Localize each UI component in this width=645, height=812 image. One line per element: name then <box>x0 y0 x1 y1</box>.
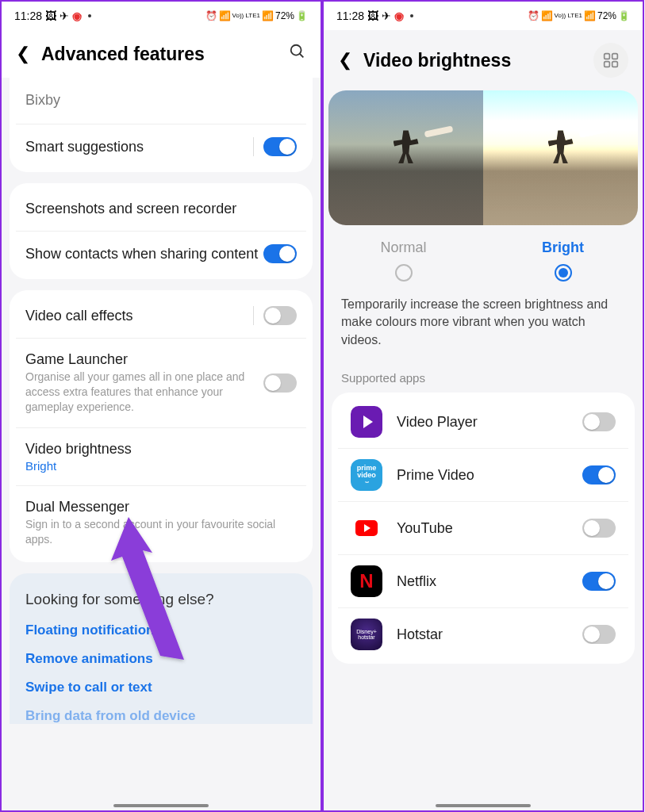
label-video-call: Video call effects <box>25 308 244 324</box>
divider <box>253 306 254 325</box>
value-video-brightness: Bright <box>25 459 297 473</box>
toggle-game-launcher[interactable] <box>263 373 297 393</box>
network-label: Vo)) LTE1 <box>232 13 260 19</box>
wifi-icon: 📶 <box>541 10 553 21</box>
gallery-icon: 🖼 <box>45 10 56 22</box>
alarm-icon: ⏰ <box>205 10 217 21</box>
toggle-video-call[interactable] <box>263 306 297 325</box>
svg-line-1 <box>300 54 304 58</box>
toggle-show-contacts[interactable] <box>263 244 297 263</box>
app-icon-prime: primevideo⌣ <box>351 459 382 491</box>
link-swipe-call[interactable]: Swipe to call or text <box>25 680 297 695</box>
back-icon[interactable]: ❮ <box>338 50 352 71</box>
label-game-launcher: Game Launcher <box>25 351 263 368</box>
label-bixby: Bixby <box>25 92 297 109</box>
page-title: Advanced features <box>41 44 278 65</box>
radio-icon <box>555 264 572 282</box>
status-bar: 11:28 🖼 ✈ ◉ ⏰ 📶 Vo)) LTE1 📶 72% 🔋 <box>324 2 643 30</box>
app-name: Prime Video <box>397 467 582 484</box>
battery-text: 72% <box>275 10 294 21</box>
item-game-launcher[interactable]: Game Launcher Organise all your games al… <box>16 338 306 427</box>
label-show-contacts: Show contacts when sharing content <box>25 246 263 262</box>
app-name: Video Player <box>397 414 582 431</box>
home-indicator[interactable] <box>436 804 531 807</box>
brightness-preview <box>328 90 638 225</box>
app-row-netflix[interactable]: NNetflix <box>338 554 628 607</box>
signal-icon: 📶 <box>584 10 596 21</box>
home-indicator[interactable] <box>113 804 209 807</box>
status-time: 11:28 <box>336 10 364 22</box>
item-dual-messenger[interactable]: Dual Messenger Sign in to a second accou… <box>16 485 306 560</box>
link-floating-notifications[interactable]: Floating notifications <box>25 622 297 638</box>
label-dual-messenger: Dual Messenger <box>25 499 297 515</box>
toggle-netflix[interactable] <box>582 572 616 591</box>
back-icon[interactable]: ❮ <box>16 44 30 64</box>
item-screenshots[interactable]: Screenshots and screen recorder <box>16 186 306 231</box>
label-screenshots: Screenshots and screen recorder <box>25 201 297 217</box>
sub-dual-messenger: Sign in to a second account in your favo… <box>25 517 297 547</box>
svg-point-0 <box>291 45 301 56</box>
description: Temporarily increase the screen brightne… <box>324 293 643 365</box>
toggle-youtube[interactable] <box>582 519 616 538</box>
telegram-icon: ✈ <box>60 10 69 22</box>
preview-normal <box>328 90 483 225</box>
preview-bright <box>483 90 638 225</box>
label-normal: Normal <box>324 239 483 256</box>
network-label: Vo)) LTE1 <box>555 13 582 19</box>
label-smart-suggestions: Smart suggestions <box>25 139 244 155</box>
radio-icon <box>395 264 413 282</box>
label-bright: Bright <box>483 239 643 256</box>
wifi-icon: 📶 <box>219 10 231 21</box>
alarm-icon: ⏰ <box>528 10 539 21</box>
app-icon-hotstar: Disney+hotstar <box>351 619 382 650</box>
app-name: Netflix <box>397 573 582 590</box>
more-dot-icon <box>410 14 413 17</box>
label-video-brightness: Video brightness <box>25 441 297 458</box>
app-icon-netflix: N <box>351 565 382 597</box>
app-icon-play <box>351 406 382 438</box>
app-row-prime-video[interactable]: primevideo⌣Prime Video <box>338 448 628 501</box>
search-icon[interactable] <box>289 43 306 65</box>
item-video-brightness[interactable]: Video brightness Bright <box>16 427 306 485</box>
svg-rect-2 <box>605 54 610 59</box>
more-dot-icon <box>88 14 91 17</box>
settings-scroll[interactable]: Bixby Smart suggestions Screenshots and … <box>2 78 321 810</box>
toggle-video-player[interactable] <box>582 412 616 431</box>
brightness-options: Normal Bright <box>324 232 643 293</box>
app-name: Hotstar <box>397 626 582 643</box>
toggle-prime-video[interactable] <box>582 465 616 485</box>
link-remove-animations[interactable]: Remove animations <box>25 651 297 667</box>
option-normal[interactable]: Normal <box>324 239 483 282</box>
divider <box>253 137 254 156</box>
app-row-hotstar[interactable]: Disney+hotstarHotstar <box>338 607 628 661</box>
header-left: ❮ Advanced features <box>2 30 321 78</box>
signal-icon: 📶 <box>262 10 274 21</box>
svg-rect-4 <box>605 62 610 67</box>
opera-icon: ◉ <box>394 10 404 22</box>
opera-icon: ◉ <box>72 10 82 22</box>
footer-title: Looking for something else? <box>25 591 297 608</box>
item-bixby[interactable]: Bixby <box>16 79 306 124</box>
item-show-contacts[interactable]: Show contacts when sharing content <box>16 231 306 276</box>
apps-grid-icon[interactable] <box>593 43 628 78</box>
telegram-icon: ✈ <box>382 10 391 22</box>
item-video-call[interactable]: Video call effects <box>16 293 306 338</box>
footer-card: Looking for something else? Floating not… <box>10 573 313 724</box>
status-time: 11:28 <box>14 10 42 22</box>
status-bar: 11:28 🖼 ✈ ◉ ⏰ 📶 Vo)) LTE1 📶 72% 🔋 <box>2 2 321 30</box>
link-bring-data[interactable]: Bring data from old device <box>25 708 297 724</box>
toggle-smart-suggestions[interactable] <box>263 137 297 156</box>
item-smart-suggestions[interactable]: Smart suggestions <box>16 124 306 169</box>
svg-rect-3 <box>612 54 618 59</box>
supported-apps-label: Supported apps <box>324 365 643 393</box>
battery-icon: 🔋 <box>618 10 630 21</box>
toggle-hotstar[interactable] <box>582 625 616 644</box>
option-bright[interactable]: Bright <box>483 239 643 282</box>
sub-game-launcher: Organise all your games all in one place… <box>25 370 263 415</box>
app-icon-yt <box>351 512 382 544</box>
app-row-youtube[interactable]: YouTube <box>338 501 628 554</box>
app-row-video-player[interactable]: Video Player <box>338 396 628 448</box>
svg-rect-5 <box>612 62 618 67</box>
phone-left: 11:28 🖼 ✈ ◉ ⏰ 📶 Vo)) LTE1 📶 72% 🔋 ❮ Adva… <box>0 0 322 812</box>
battery-icon: 🔋 <box>296 10 308 21</box>
